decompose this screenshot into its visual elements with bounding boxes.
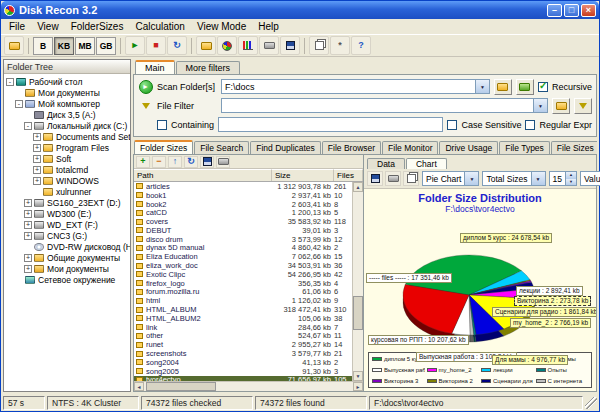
pie-callout-label[interactable]: Для мамы : 4 976,77 kb: [492, 355, 568, 365]
scan-folder-combo[interactable]: [221, 79, 490, 94]
print-list-icon[interactable]: [216, 156, 230, 168]
tree-expander-icon[interactable]: +: [33, 177, 41, 185]
horizontal-scrollbar[interactable]: ◄ ►: [134, 381, 363, 391]
tree-expander-icon[interactable]: +: [24, 265, 32, 273]
tree-item[interactable]: DVD-RW дисковод (H:): [4, 241, 130, 252]
tree-item[interactable]: Диск 3,5 (A:): [4, 109, 130, 120]
vertical-scrollbar[interactable]: ▲ ▼: [352, 182, 363, 381]
tree-expander-icon[interactable]: +: [24, 254, 32, 262]
save-list-icon[interactable]: [200, 156, 214, 168]
menu-item[interactable]: View Mode: [191, 21, 252, 32]
table-row[interactable]: html1 126,02 kb9: [134, 296, 352, 305]
column-header-path[interactable]: Path: [134, 169, 272, 181]
scan-go-button[interactable]: [139, 80, 153, 94]
pie-chart-icon[interactable]: [217, 36, 237, 55]
tab-chart[interactable]: Chart: [406, 158, 447, 169]
tab-file-monitor[interactable]: File Monitor: [382, 141, 438, 154]
tree-item[interactable]: +totalcmd: [4, 164, 130, 175]
tree-item[interactable]: +WINDOWS: [4, 175, 130, 186]
tree-expander-icon[interactable]: +: [33, 166, 41, 174]
tree-expander-icon[interactable]: +: [24, 221, 32, 229]
print-chart-icon[interactable]: [385, 171, 401, 186]
scroll-left-icon[interactable]: ◄: [134, 382, 144, 391]
copy-icon[interactable]: [309, 36, 329, 55]
dropdown-arrow-icon[interactable]: [533, 99, 547, 112]
table-row[interactable]: song200441,13 kb2: [134, 358, 352, 367]
pie-callout-label[interactable]: лекции : 2 892,41 kb: [516, 286, 583, 296]
table-row[interactable]: disco drum3 573,99 kb12: [134, 235, 352, 244]
pie-callout-label[interactable]: курсовая по РПП : 10 207,62 kb: [368, 335, 469, 345]
menu-item[interactable]: Calculation: [129, 21, 190, 32]
table-row[interactable]: link284,66 kb7: [134, 323, 352, 332]
filter-browse-button[interactable]: [552, 98, 570, 114]
tree-item[interactable]: +WD_EXT (F:): [4, 219, 130, 230]
column-header-size[interactable]: Size: [272, 169, 334, 181]
tree-expander-icon[interactable]: -: [6, 78, 14, 86]
save-chart-icon[interactable]: [367, 171, 383, 186]
tab-folder-sizes[interactable]: Folder Sizes: [134, 140, 193, 154]
stop-scan-icon[interactable]: ■: [146, 36, 166, 55]
open-folder-icon[interactable]: [4, 36, 24, 55]
tree-expander-icon[interactable]: +: [33, 155, 41, 163]
tree-expander-icon[interactable]: +: [24, 210, 32, 218]
table-row[interactable]: song200591,30 kb3: [134, 367, 352, 376]
menu-item[interactable]: View: [31, 21, 65, 32]
containing-checkbox[interactable]: [157, 120, 167, 130]
tree-item[interactable]: -Локальный диск (C:): [4, 120, 130, 131]
copy-chart-icon[interactable]: [403, 171, 419, 186]
tree-item[interactable]: +SG160_23EXT (D:): [4, 197, 130, 208]
table-row[interactable]: eliza_work_doc34 503,91 kb36: [134, 261, 352, 270]
containing-input-box[interactable]: [218, 117, 443, 132]
table-row[interactable]: DEBUT39,01 kb3: [134, 226, 352, 235]
settings-icon[interactable]: *: [330, 36, 350, 55]
tree-item[interactable]: Сетевое окружение: [4, 274, 130, 285]
menu-item[interactable]: FolderSizes: [65, 21, 130, 32]
table-row[interactable]: catCD1 200,13 kb5: [134, 208, 352, 217]
tree-item[interactable]: -Рабочий стол: [4, 76, 130, 87]
tab-file-search[interactable]: File Search: [194, 141, 249, 154]
tab-find-duplicates[interactable]: Find Duplicates: [250, 141, 321, 154]
folder-sizes-icon[interactable]: [196, 36, 216, 55]
refresh-list-icon[interactable]: ↻: [184, 156, 198, 168]
pie-callout-label[interactable]: ----- files ----- : 17 351,46 kb: [366, 273, 452, 283]
table-row[interactable]: dynax 5D manual4 860,42 kb2: [134, 244, 352, 253]
table-row[interactable]: HTML_ALBUM318 472,41 kb310: [134, 305, 352, 314]
tree-item[interactable]: +Мои документы: [4, 263, 130, 274]
pie-callout-label[interactable]: Викторина 2 : 273,78 kb: [514, 296, 591, 306]
maximize-button[interactable]: □: [564, 4, 579, 17]
dropdown-arrow-icon[interactable]: [464, 172, 478, 185]
table-row[interactable]: covers35 583,92 kb118: [134, 217, 352, 226]
tab-more-filters[interactable]: More filters: [176, 61, 241, 74]
pie-callout-label[interactable]: Сценарии для радио : 1 861,84 kb: [492, 307, 596, 317]
tree-item[interactable]: xulrunner: [4, 186, 130, 197]
filter-options-button[interactable]: [574, 98, 592, 114]
refresh-icon[interactable]: ↻: [167, 36, 187, 55]
table-row[interactable]: forum.mozilla.ru61,06 kb6: [134, 288, 352, 297]
tab-main[interactable]: Main: [135, 60, 175, 74]
tree-item[interactable]: +Documents and Settings: [4, 131, 130, 142]
titlebar[interactable]: Disk Recon 3.2 –□×: [1, 1, 599, 19]
browse-folder-button[interactable]: [494, 79, 512, 95]
scroll-up-icon[interactable]: ▲: [353, 182, 363, 192]
tree-item[interactable]: +Soft: [4, 153, 130, 164]
scrollbar-thumb[interactable]: [146, 382, 216, 391]
expand-all-icon[interactable]: +: [136, 156, 150, 168]
tab-data[interactable]: Data: [367, 158, 405, 169]
tree-expander-icon[interactable]: +: [33, 144, 41, 152]
scroll-right-icon[interactable]: ►: [353, 382, 363, 391]
table-row[interactable]: book22 603,41 kb8: [134, 200, 352, 209]
recursive-checkbox[interactable]: [538, 82, 548, 92]
column-header-files[interactable]: Files: [334, 169, 363, 181]
menu-item[interactable]: Help: [252, 21, 285, 32]
unit-gb-button[interactable]: GB: [96, 37, 116, 55]
printer-icon[interactable]: [259, 36, 279, 55]
scrollbar-thumb[interactable]: [353, 296, 363, 330]
dropdown-arrow-icon[interactable]: [475, 80, 489, 93]
spin-down-icon[interactable]: ▼: [565, 179, 576, 186]
file-filter-input[interactable]: [222, 100, 533, 112]
unit-kb-button[interactable]: KB: [54, 37, 74, 55]
table-row[interactable]: book12 937,41 kb10: [134, 191, 352, 200]
containing-input[interactable]: [219, 119, 442, 131]
tree-item[interactable]: +CNC3 (G:): [4, 230, 130, 241]
dropdown-arrow-icon[interactable]: [531, 172, 545, 185]
